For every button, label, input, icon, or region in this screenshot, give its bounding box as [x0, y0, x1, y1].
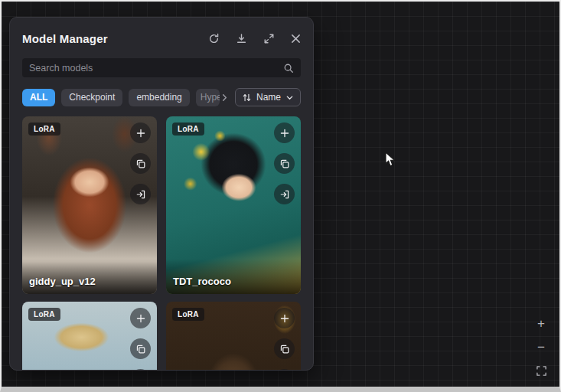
zoom-out-button[interactable]: − [531, 337, 551, 357]
chevron-right-icon[interactable] [220, 93, 229, 102]
copy-model-button[interactable] [274, 338, 295, 359]
copy-icon [279, 158, 290, 169]
load-model-button[interactable] [274, 184, 295, 204]
filter-hypernetwork[interactable]: Hype [196, 89, 220, 106]
app-window: Model Manager [0, 0, 561, 392]
download-icon [236, 33, 247, 44]
load-model-button[interactable] [130, 369, 151, 371]
close-button[interactable] [291, 34, 301, 44]
chevron-down-icon [285, 93, 294, 102]
copy-model-button[interactable] [130, 153, 151, 174]
copy-icon [135, 344, 146, 354]
import-icon [135, 189, 146, 200]
sort-dropdown[interactable]: Name [235, 88, 301, 106]
filter-all[interactable]: ALL [22, 89, 55, 106]
search-input[interactable] [29, 63, 283, 74]
model-type-badge: LoRA [172, 308, 204, 321]
copy-icon [135, 158, 146, 169]
filter-checkpoint[interactable]: Checkpoint [61, 89, 122, 106]
panel-header: Model Manager [22, 28, 301, 48]
model-name: TDT_rococo [166, 259, 301, 294]
panel-toolbar [208, 33, 301, 44]
model-card[interactable]: LoRA TDT_rococo [166, 116, 301, 294]
refresh-icon [208, 33, 220, 44]
expand-icon [263, 33, 275, 44]
search-icon [283, 63, 294, 74]
model-card[interactable]: LoRA [22, 302, 157, 371]
fit-view-icon [536, 365, 547, 377]
model-type-badge: LoRA [28, 122, 60, 136]
model-card[interactable]: LoRA [166, 302, 301, 371]
model-manager-panel: Model Manager [9, 17, 314, 371]
card-actions [130, 122, 151, 204]
model-type-badge: LoRA [28, 308, 60, 321]
expand-button[interactable] [263, 33, 275, 44]
copy-icon [279, 344, 290, 354]
card-actions [274, 308, 295, 371]
model-card[interactable]: LoRA giddy_up_v12 [22, 116, 157, 294]
close-icon [291, 34, 301, 44]
add-model-button[interactable] [130, 308, 151, 328]
load-model-button[interactable] [130, 184, 151, 204]
plus-icon [279, 313, 290, 324]
load-model-button[interactable] [274, 369, 295, 371]
import-icon [279, 189, 290, 200]
plus-icon [135, 313, 146, 324]
filter-bar: ALL Checkpoint embedding Hype Name [22, 88, 301, 106]
add-model-button[interactable] [130, 122, 151, 143]
copy-model-button[interactable] [130, 338, 151, 359]
copy-model-button[interactable] [274, 153, 295, 174]
refresh-button[interactable] [208, 33, 220, 44]
download-button[interactable] [236, 33, 247, 44]
sort-label: Name [256, 92, 281, 103]
model-name: giddy_up_v12 [22, 259, 157, 294]
canvas-zoom-controls: + − [531, 313, 551, 381]
card-actions [130, 308, 151, 371]
plus-icon [135, 128, 146, 139]
sort-arrows-icon [242, 93, 252, 103]
plus-icon [279, 128, 290, 139]
panel-title: Model Manager [22, 32, 108, 45]
filter-embedding[interactable]: embedding [129, 89, 189, 106]
search-bar[interactable] [22, 58, 301, 77]
zoom-in-button[interactable]: + [531, 313, 551, 333]
add-model-button[interactable] [274, 122, 295, 143]
add-model-button[interactable] [274, 308, 295, 328]
card-actions [274, 122, 295, 204]
model-type-badge: LoRA [172, 122, 204, 136]
fit-view-button[interactable] [531, 361, 551, 381]
model-grid: LoRA giddy_up_v12 LoRA TDT_rococo Lo [22, 116, 301, 371]
